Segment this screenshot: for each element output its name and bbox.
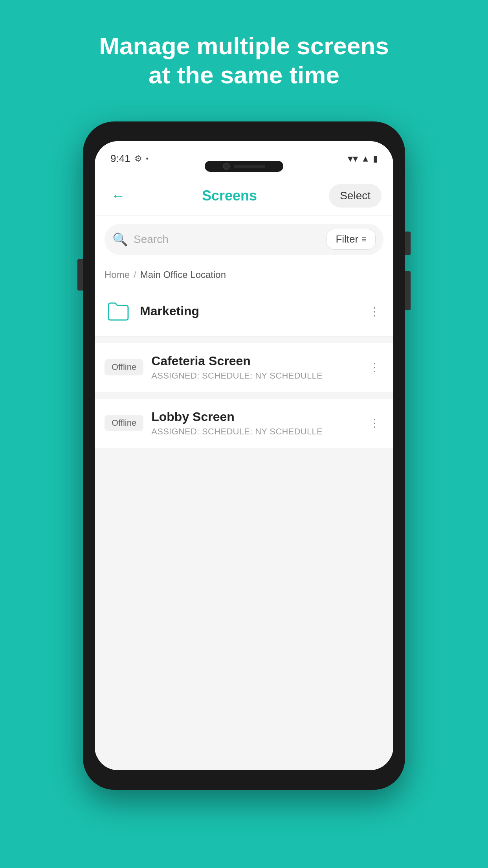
folder-svg-icon	[106, 300, 130, 322]
breadcrumb-separator: /	[134, 269, 136, 280]
signal-icon: ▲	[361, 154, 370, 164]
status-icons: ▾▾ ▲ ▮	[348, 153, 378, 165]
speaker-icon	[234, 165, 265, 168]
more-options-button[interactable]: ⋮	[366, 359, 383, 376]
item-title: Cafeteria Screen	[151, 354, 358, 368]
item-info: Lobby Screen ASSIGNED: Schedule: NY Sche…	[151, 410, 358, 437]
app-content: ← Screens Select 🔍 Search Filter ≡	[95, 177, 393, 770]
search-icon: 🔍	[112, 232, 128, 247]
offline-badge: Offline	[105, 415, 143, 431]
search-container: 🔍 Search Filter ≡	[95, 216, 393, 263]
item-title: Lobby Screen	[151, 410, 358, 424]
search-input[interactable]: Search	[134, 233, 321, 246]
item-info: Marketing	[140, 304, 358, 318]
time-display: 9:41	[110, 153, 130, 165]
page-title: Screens	[202, 188, 257, 204]
phone-mockup: 9:41 ⚙ • ▾▾ ▲ ▮ ←	[83, 121, 405, 790]
wifi-icon: ▾▾	[348, 153, 358, 165]
list-item[interactable]: Offline Cafeteria Screen ASSIGNED: Sched…	[95, 343, 393, 392]
app-header: ← Screens Select	[95, 177, 393, 216]
breadcrumb: Home / Main Office Location	[95, 263, 393, 287]
notch	[205, 161, 283, 172]
folder-icon	[105, 298, 132, 325]
item-title: Marketing	[140, 304, 358, 318]
select-button[interactable]: Select	[329, 184, 382, 208]
more-dots-icon: ⋮	[369, 308, 381, 315]
breadcrumb-home[interactable]: Home	[105, 269, 130, 280]
notification-dot: •	[146, 154, 149, 163]
back-button[interactable]: ←	[106, 184, 130, 208]
status-bar: 9:41 ⚙ • ▾▾ ▲ ▮	[95, 141, 393, 177]
list-container: Marketing ⋮ Offline Cafeteria Screen ASS…	[95, 287, 393, 770]
item-subtitle: ASSIGNED: Schedule: NY Schedulle	[151, 371, 358, 381]
filter-button[interactable]: Filter ≡	[327, 229, 376, 250]
item-subtitle: ASSIGNED: Schedule: NY Schedulle	[151, 427, 358, 437]
more-dots-icon: ⋮	[369, 419, 381, 427]
hero-title: Manage multiple screens at the same time	[67, 31, 421, 90]
more-dots-icon: ⋮	[369, 364, 381, 371]
more-options-button[interactable]: ⋮	[366, 303, 383, 320]
battery-icon: ▮	[373, 154, 378, 164]
item-info: Cafeteria Screen ASSIGNED: Schedule: NY …	[151, 354, 358, 381]
list-item[interactable]: Marketing ⋮	[95, 287, 393, 337]
list-item[interactable]: Offline Lobby Screen ASSIGNED: Schedule:…	[95, 399, 393, 448]
power-button	[405, 232, 411, 255]
volume-button	[405, 271, 411, 310]
status-time-area: 9:41 ⚙ •	[110, 153, 149, 165]
camera-icon	[223, 163, 230, 170]
left-button	[77, 259, 83, 291]
settings-icon: ⚙	[134, 154, 142, 164]
filter-lines-icon: ≡	[361, 234, 367, 245]
filter-label: Filter	[336, 233, 358, 245]
search-bar[interactable]: 🔍 Search Filter ≡	[105, 224, 383, 255]
phone-screen: 9:41 ⚙ • ▾▾ ▲ ▮ ←	[95, 141, 393, 770]
breadcrumb-current: Main Office Location	[140, 269, 226, 280]
back-arrow-icon: ←	[111, 188, 125, 204]
more-options-button[interactable]: ⋮	[366, 414, 383, 432]
phone-outer: 9:41 ⚙ • ▾▾ ▲ ▮ ←	[83, 121, 405, 790]
offline-badge: Offline	[105, 359, 143, 375]
